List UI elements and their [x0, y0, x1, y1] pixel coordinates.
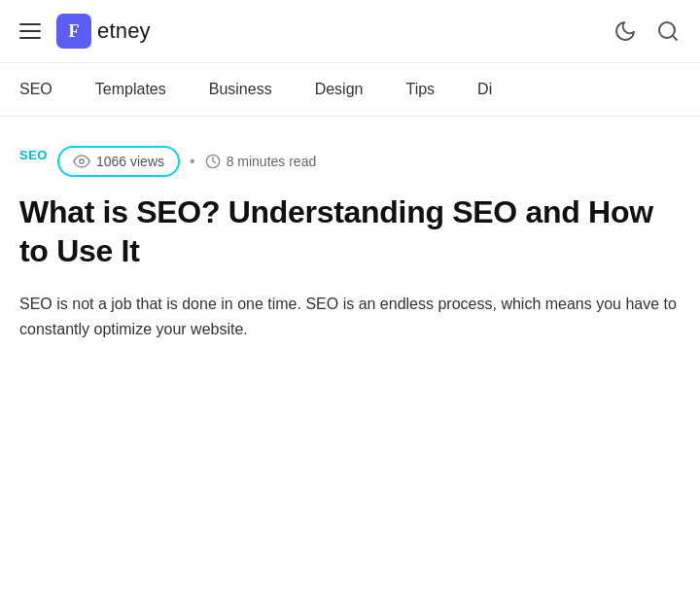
header-right [612, 18, 681, 44]
nav-item-di[interactable]: Di [456, 63, 513, 116]
nav-item-design[interactable]: Design [294, 63, 385, 116]
nav-item-business[interactable]: Business [188, 63, 294, 116]
article-excerpt: SEO is not a job that is done in one tim… [19, 292, 681, 343]
nav-item-templates[interactable]: Templates [74, 63, 188, 116]
site-header: F etney [0, 0, 700, 63]
meta-separator: • [190, 153, 195, 170]
hamburger-menu-button[interactable] [19, 23, 41, 39]
svg-line-1 [673, 36, 677, 40]
dark-mode-icon[interactable] [612, 18, 638, 44]
main-nav: SEO Templates Business Design Tips Di [0, 63, 700, 117]
logo-icon: F [56, 14, 91, 49]
nav-item-seo[interactable]: SEO [19, 63, 74, 116]
article-category[interactable]: SEO [19, 148, 48, 162]
nav-item-tips[interactable]: Tips [384, 63, 456, 116]
article-title: What is SEO? Understanding SEO and How t… [19, 192, 681, 270]
site-logo[interactable]: F etney [56, 14, 151, 49]
views-count: 1066 views [96, 154, 164, 169]
eye-icon [73, 153, 90, 170]
search-icon[interactable] [655, 18, 681, 44]
article-meta-row: SEO 1066 views • 8 minutes read [19, 146, 681, 177]
read-time-label: 8 minutes read [227, 154, 317, 169]
logo-text: etney [97, 18, 151, 44]
clock-icon [205, 154, 221, 169]
views-badge: 1066 views [57, 146, 180, 177]
svg-point-2 [80, 159, 85, 164]
read-time: 8 minutes read [205, 154, 317, 169]
header-left: F etney [19, 14, 151, 49]
article-section: SEO 1066 views • 8 minutes read What is … [0, 117, 700, 372]
